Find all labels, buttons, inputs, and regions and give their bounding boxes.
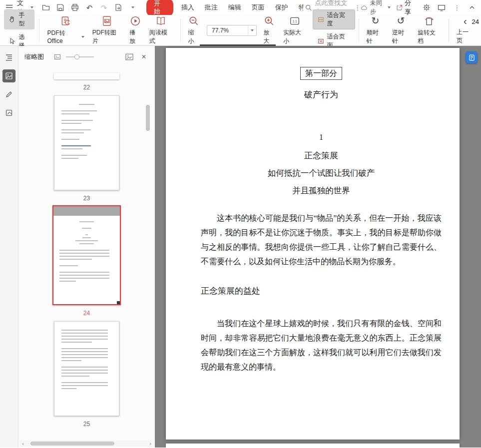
paragraph: 这本书的核心可能是我们与“物品”的关系，但在一开始，我应该声明，我的目标不是让你… (201, 211, 442, 269)
rotate-clockwise-icon: ↻ (371, 15, 379, 26)
hand-icon (8, 15, 15, 23)
tab-special-features[interactable]: 特色功能 (299, 3, 303, 12)
pdf-to-office-button[interactable]: PDF转Office (43, 14, 88, 46)
thumbnail-larger-icon[interactable] (125, 52, 134, 61)
zoom-out-button[interactable]: 缩小 (184, 14, 204, 47)
read-mode-button[interactable]: 阅读模式 (145, 14, 177, 47)
page-number-indicator[interactable]: 24 (472, 18, 479, 25)
thumbnail-panel-button[interactable] (2, 69, 15, 82)
thumbnail-smaller-icon[interactable] (54, 53, 61, 60)
pdf-to-image-button[interactable]: PDF转图片 (88, 14, 126, 47)
rotate-document-label: 旋转文档 (418, 28, 441, 45)
save-button[interactable] (55, 2, 66, 13)
comment-edit-panel-button[interactable] (2, 106, 15, 119)
scrollbar-track[interactable] (26, 442, 147, 446)
pen-icon (5, 90, 13, 98)
page-22-thumbnail[interactable] (54, 73, 119, 79)
play-button[interactable]: 播放 (125, 14, 145, 47)
play-in-window-button[interactable] (437, 2, 447, 13)
settings-button[interactable] (422, 2, 432, 13)
quick-tools-button[interactable] (466, 51, 478, 63)
redo-button[interactable]: ↷ (98, 2, 109, 13)
folder-open-icon (42, 3, 50, 11)
actual-size-icon-text: 1:1 (293, 19, 297, 22)
close-panel-button[interactable]: × (139, 52, 149, 62)
page-24-thumbnail-selected[interactable] (52, 205, 121, 305)
open-file-button[interactable] (40, 2, 51, 13)
thumbnail-viewport-band (53, 206, 120, 216)
page-23-thumbnail[interactable] (54, 95, 119, 190)
chevron-down-icon (131, 6, 134, 8)
outline-panel-button[interactable] (2, 51, 15, 64)
pdf-page[interactable]: 第一部分 破产行为 1 正念策展 如何抵抗一个试图让我们破产 并且孤独的世界 这… (166, 48, 460, 440)
annotation-panel-button[interactable] (2, 88, 15, 101)
scroll-left-arrow[interactable]: ‹ (19, 440, 26, 447)
page-25-thumbnail[interactable] (54, 321, 119, 416)
print-button[interactable] (69, 2, 80, 13)
actual-size-button[interactable]: 1:1 实际大小 (279, 14, 311, 47)
search-options-button[interactable]: ⋮ (354, 4, 361, 11)
undo-button[interactable]: ↶ (84, 2, 95, 13)
more-options-button[interactable]: ⋮ (452, 2, 462, 13)
thumbnail-vertical-scrollbar[interactable] (146, 70, 150, 438)
page-22-label: 22 (83, 84, 90, 91)
zoom-in-button[interactable]: 放大 (260, 14, 279, 47)
tab-annotate[interactable]: 批注 (205, 3, 218, 12)
scroll-right-arrow[interactable]: › (147, 440, 154, 447)
pdf-reader-window: 文件 ↶ ↷ 开始 插入 批注 编辑 页面 保护 (0, 0, 481, 448)
zoom-out-label: 缩小 (188, 28, 200, 45)
export-document-icon (114, 3, 122, 11)
rotate-clockwise-button[interactable]: ↻ 顺时针 (363, 14, 388, 47)
zoom-level-select[interactable]: 77.7% (207, 25, 257, 36)
share-icon (396, 4, 403, 11)
page-content: 第一部分 破产行为 1 正念策展 如何抵抗一个试图让我们破产 并且孤独的世界 这… (166, 48, 460, 374)
hand-tool-label: 手型 (18, 11, 30, 28)
tab-edit[interactable]: 编辑 (228, 3, 241, 12)
hand-tool-button[interactable]: 手型 (4, 9, 34, 29)
collapse-toolbar-button[interactable] (467, 2, 477, 13)
page-24-label: 24 (83, 310, 90, 317)
page-25-label: 25 (83, 421, 90, 428)
section-heading: 正念策展的益处 (201, 284, 442, 298)
selection-handle[interactable] (117, 301, 120, 304)
thumbnail-list: 22 23 24 25 (18, 68, 155, 440)
chevron-down-icon (81, 36, 84, 38)
chevron-down-icon (30, 6, 33, 8)
rotate-counterclockwise-icon: ↺ (397, 15, 405, 26)
thumbnail-horizontal-scrollbar[interactable]: ‹ › (19, 440, 154, 447)
slider-knob[interactable] (74, 54, 79, 59)
pdf-to-image-icon (101, 15, 112, 26)
zoom-dropdown-button[interactable] (248, 25, 256, 35)
tab-protect[interactable]: 保护 (275, 3, 288, 12)
rotate-document-button[interactable]: 旋转文档 (414, 14, 445, 47)
document-viewer[interactable]: 第一部分 破产行为 1 正念策展 如何抵抗一个试图让我们破产 并且孤独的世界 这… (155, 46, 481, 448)
cursor-icon (8, 37, 15, 45)
play-circle-icon (130, 15, 141, 26)
zoom-value: 77.7% (207, 27, 248, 34)
ribbon-tabs: 插入 批注 编辑 页面 保护 特色功能 (181, 3, 303, 12)
toolbar-separator (359, 19, 359, 42)
read-mode-label: 阅读模式 (149, 28, 173, 45)
rotate-clockwise-label: 顺时针 (367, 28, 384, 45)
chevron-down-icon (388, 6, 391, 8)
zoom-in-label: 放大 (264, 28, 275, 45)
chapter-title-block: 正念策展 如何抵抗一个试图让我们破产 并且孤独的世界 (201, 147, 442, 199)
tab-page[interactable]: 页面 (252, 3, 265, 12)
export-button[interactable] (113, 2, 124, 13)
panel-icon (468, 54, 476, 61)
fit-width-button[interactable]: 适合宽度 (313, 9, 355, 29)
book-icon (155, 15, 166, 26)
pdf-to-office-label: PDF转Office (47, 29, 79, 44)
quick-toolbar-dropdown-button[interactable] (127, 2, 138, 13)
chapter-subtitle-line2: 并且孤独的世界 (201, 182, 442, 199)
rotate-counterclockwise-button[interactable]: ↺ 逆时针 (388, 14, 414, 47)
close-icon: × (141, 52, 146, 61)
tab-insert[interactable]: 插入 (181, 3, 194, 12)
thumbnail-size-slider[interactable] (66, 56, 94, 57)
search-icon (305, 4, 312, 11)
scrollbar-thumb[interactable] (30, 442, 114, 446)
next-page-edge[interactable] (166, 444, 460, 448)
scrollbar-thumb[interactable] (146, 105, 150, 131)
actual-size-label: 实际大小 (283, 28, 307, 45)
thumbnail-panel-header: 缩略图 × (18, 46, 155, 68)
